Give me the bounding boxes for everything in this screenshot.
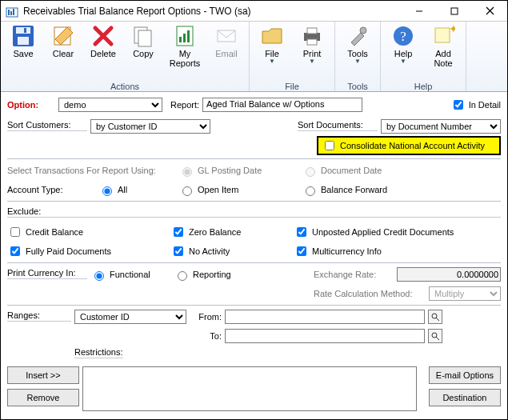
lookup-from-button[interactable] [428, 310, 442, 324]
clear-button[interactable]: Clear [46, 23, 81, 58]
reports-icon [172, 23, 198, 49]
functional-radio[interactable]: Functional [90, 269, 170, 281]
svg-rect-10 [18, 37, 29, 45]
close-button[interactable] [472, 1, 507, 22]
print-currency-label: Print Currency In: [7, 268, 87, 279]
svg-rect-9 [16, 27, 30, 34]
save-button[interactable]: Save [6, 23, 41, 58]
sort-customers-label: Sort Customers: [7, 120, 87, 131]
svg-rect-2 [10, 11, 12, 15]
account-balfwd-radio[interactable]: Balance Forward [302, 184, 387, 196]
svg-rect-16 [179, 37, 182, 42]
svg-rect-11 [24, 28, 26, 33]
delete-icon [90, 23, 116, 49]
copy-button[interactable]: Copy [126, 23, 161, 58]
folder-icon [259, 23, 285, 49]
email-button: Email [209, 23, 244, 58]
group-tools-label: Tools [340, 80, 375, 91]
sort-documents-label: Sort Documents: [298, 120, 378, 131]
svg-rect-14 [138, 30, 151, 46]
svg-rect-1 [8, 10, 10, 15]
account-all-radio[interactable]: All [98, 184, 175, 196]
restrictions-label: Restrictions: [74, 347, 123, 358]
form-body: Option: demo Report: Aged Trial Balance … [1, 92, 507, 420]
help-button[interactable]: ? Help ▼ [386, 23, 421, 65]
chevron-down-icon: ▼ [354, 58, 361, 65]
email-options-button[interactable]: E-mail Options [429, 366, 501, 384]
restrictions-list[interactable] [82, 366, 417, 411]
no-activity-checkbox[interactable]: No Activity [170, 244, 290, 258]
multicurrency-checkbox[interactable]: Multicurrency Info [294, 244, 382, 258]
file-button[interactable]: File ▼ [254, 23, 290, 65]
ranges-label: Ranges: [7, 310, 71, 322]
exclude-label: Exclude: [7, 206, 501, 218]
fully-paid-checkbox[interactable]: Fully Paid Documents [7, 244, 167, 258]
add-note-button[interactable]: ✦ Add Note [426, 23, 461, 68]
rate-method-select: Multiply [429, 286, 501, 301]
app-icon [6, 5, 18, 18]
from-label: From: [190, 312, 222, 322]
titlebar: Receivables Trial Balance Report Options… [1, 1, 507, 22]
window-title: Receivables Trial Balance Report Options… [23, 6, 251, 17]
sort-customers-select[interactable]: by Customer ID [90, 119, 210, 134]
svg-rect-5 [451, 8, 458, 14]
option-label: Option: [7, 100, 55, 110]
report-value: Aged Trial Balance w/ Options [202, 98, 362, 112]
chevron-down-icon: ▼ [269, 58, 275, 65]
svg-rect-3 [13, 9, 14, 15]
note-icon: ✦ [430, 23, 456, 49]
minimize-button[interactable] [402, 1, 437, 22]
print-button[interactable]: Print ▼ [294, 23, 330, 65]
from-field[interactable] [225, 310, 425, 324]
unposted-checkbox[interactable]: Unposted Applied Credit Documents [294, 225, 454, 239]
chevron-down-icon: ▼ [309, 58, 315, 65]
tools-icon [345, 23, 370, 49]
group-actions-label: Actions [6, 80, 244, 91]
to-label: To: [190, 331, 222, 341]
account-openitem-radio[interactable]: Open Item [178, 184, 298, 196]
svg-rect-17 [183, 34, 186, 42]
account-type-label: Account Type: [7, 185, 95, 194]
chevron-down-icon: ▼ [400, 58, 406, 65]
report-label: Report: [170, 100, 199, 110]
document-date-radio: Document Date [302, 165, 382, 177]
delete-button[interactable]: Delete [86, 23, 121, 58]
credit-balance-checkbox[interactable]: Credit Balance [7, 225, 167, 239]
option-select[interactable]: demo [58, 98, 162, 112]
svg-line-31 [436, 337, 439, 340]
exchange-rate-label: Exchange Rate: [314, 270, 394, 279]
zero-balance-checkbox[interactable]: Zero Balance [170, 225, 290, 239]
to-field[interactable] [225, 329, 425, 343]
select-trans-label: Select Transactions For Report Using: [7, 166, 175, 175]
remove-button[interactable]: Remove [7, 389, 79, 406]
help-icon: ? [390, 23, 416, 49]
group-help-label: Help [386, 80, 461, 91]
consolidate-checkbox[interactable]: Consolidate National Account Activity [322, 138, 485, 153]
svg-rect-21 [307, 28, 317, 34]
gl-posting-radio: GL Posting Date [178, 165, 298, 177]
svg-line-29 [436, 318, 439, 321]
sort-documents-select[interactable]: by Document Number [381, 119, 501, 134]
my-reports-button[interactable]: My Reports [166, 23, 204, 68]
group-file-label: File [254, 80, 330, 91]
save-icon [10, 23, 36, 49]
svg-rect-22 [307, 39, 317, 45]
rate-method-label: Rate Calculation Method: [314, 289, 426, 298]
ranges-select[interactable]: Customer ID [74, 310, 186, 324]
printer-icon [299, 23, 325, 49]
reporting-radio[interactable]: Reporting [174, 269, 254, 281]
maximize-button[interactable] [437, 1, 472, 22]
insert-button[interactable]: Insert >> [7, 366, 79, 384]
svg-text:?: ? [400, 29, 406, 44]
svg-rect-26 [435, 28, 450, 42]
copy-icon [130, 23, 156, 49]
tools-button[interactable]: Tools ▼ [340, 23, 375, 65]
svg-point-23 [360, 27, 366, 34]
svg-rect-18 [187, 30, 190, 42]
email-icon [214, 23, 239, 49]
destination-button[interactable]: Destination [429, 389, 501, 406]
clear-icon [50, 23, 76, 49]
lookup-to-button[interactable] [428, 329, 442, 343]
in-detail-checkbox[interactable]: In Detail [450, 98, 501, 112]
ribbon: Save Clear Delete Copy My Reports Email [1, 22, 507, 92]
